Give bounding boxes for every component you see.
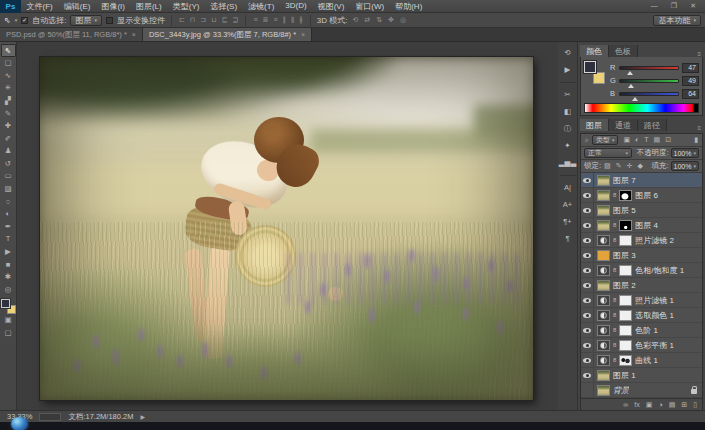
tab-图层[interactable]: 图层 <box>580 119 609 131</box>
zoom-tool[interactable]: ◎ <box>1 283 16 296</box>
lock-icon[interactable]: ▨ <box>603 162 612 170</box>
3d-mode-icon[interactable]: ⟲ <box>351 16 359 24</box>
align-icon[interactable]: ⊔ <box>210 16 217 24</box>
marquee-tool[interactable]: ▢ <box>1 57 16 70</box>
screen-mode-icon[interactable]: ▢ <box>1 326 16 339</box>
filter-toggle-icon[interactable]: ▮ <box>693 136 699 144</box>
brush-tool[interactable]: ✐ <box>1 132 16 145</box>
layer-visibility-toggle[interactable] <box>581 278 594 292</box>
slider-marker[interactable] <box>628 84 634 88</box>
menu-item[interactable]: 视图(V) <box>312 1 350 12</box>
info-icon[interactable]: ⓘ <box>560 122 576 135</box>
styles-icon[interactable]: ✦ <box>560 139 576 152</box>
3d-mode-icon[interactable]: ⇅ <box>375 16 383 24</box>
menu-item[interactable]: 窗口(W) <box>350 1 390 12</box>
align-icon[interactable]: ⊏ <box>178 16 186 24</box>
character-styles-icon[interactable]: A+ <box>560 198 576 211</box>
menu-item[interactable]: 3D(D) <box>280 1 312 12</box>
restore-button[interactable]: ❐ <box>671 2 677 10</box>
filter-kind-icon[interactable]: ◐ <box>634 136 640 144</box>
menu-item[interactable]: 编辑(E) <box>58 1 96 12</box>
menu-item[interactable]: 类型(Y) <box>167 1 205 12</box>
shape-tool[interactable]: ■ <box>1 258 16 271</box>
tool-preset-caret-icon[interactable]: ▾ <box>15 17 18 23</box>
lasso-tool[interactable]: ∿ <box>1 69 16 82</box>
layer-visibility-toggle[interactable] <box>581 173 594 187</box>
menu-item[interactable]: 文件(F) <box>21 1 58 12</box>
layer-visibility-toggle[interactable] <box>581 218 594 232</box>
channel-value-G[interactable]: 49 <box>682 76 699 86</box>
tab-通道[interactable]: 通道 <box>609 119 638 131</box>
distribute-icon[interactable]: ∦ <box>298 16 304 24</box>
fill-value[interactable]: 100%▾ <box>671 161 699 171</box>
align-icon[interactable]: ⊑ <box>221 16 229 24</box>
quick-selection-tool[interactable]: ✳ <box>1 82 16 95</box>
channel-value-B[interactable]: 64 <box>682 89 699 99</box>
layer-visibility-toggle[interactable] <box>581 308 594 322</box>
character-icon[interactable]: A| <box>560 181 576 194</box>
auto-select-checkbox[interactable]: ✓ <box>21 17 28 24</box>
filter-kind-icon[interactable]: ▤ <box>653 136 662 144</box>
delete-layer-icon[interactable]: ▯ <box>693 401 697 408</box>
layer-row[interactable]: 图层 5 <box>581 203 702 218</box>
panel-menu-icon[interactable]: ≡ <box>697 125 703 131</box>
gradient-tool[interactable]: ▨ <box>1 183 16 196</box>
blur-tool[interactable]: ○ <box>1 195 16 208</box>
distribute-icon[interactable]: ≣ <box>262 16 270 24</box>
menu-item[interactable]: 滤镜(T) <box>243 1 280 12</box>
channel-slider-R[interactable] <box>619 66 679 70</box>
color-spectrum-ramp[interactable] <box>584 103 699 113</box>
properties-icon[interactable]: ✂ <box>560 88 576 101</box>
channel-slider-B[interactable] <box>619 92 679 96</box>
layer-row[interactable]: 8照片滤镜 1 <box>581 293 702 308</box>
layer-row[interactable]: 图层 7 <box>581 173 702 188</box>
layer-row[interactable]: 8图层 4 <box>581 218 702 233</box>
tab-close-icon[interactable]: × <box>301 31 305 38</box>
layer-row[interactable]: 8曲线 1 <box>581 353 702 368</box>
distribute-icon[interactable]: ≡ <box>252 16 258 24</box>
filter-kind-icon[interactable]: T <box>643 136 649 144</box>
path-selection-tool[interactable]: ▶ <box>1 246 16 259</box>
filter-type-dropdown[interactable]: 类型▾ <box>592 135 619 145</box>
align-icon[interactable]: ⊐ <box>199 16 207 24</box>
channel-slider-G[interactable] <box>619 79 679 83</box>
open-document-canvas[interactable] <box>40 57 533 400</box>
close-button[interactable]: ✕ <box>690 2 696 10</box>
tab-路径[interactable]: 路径 <box>638 119 667 131</box>
layer-visibility-toggle[interactable] <box>581 248 594 262</box>
align-icon[interactable]: ⊒ <box>232 16 240 24</box>
lock-icon[interactable]: ◆ <box>636 162 643 170</box>
layer-visibility-toggle[interactable] <box>581 368 594 382</box>
eyedropper-tool[interactable]: ✎ <box>1 107 16 120</box>
slider-marker[interactable] <box>627 71 633 75</box>
eraser-tool[interactable]: ▭ <box>1 170 16 183</box>
opacity-value[interactable]: 100%▾ <box>671 148 699 158</box>
layer-visibility-toggle[interactable] <box>581 203 594 217</box>
menu-item[interactable]: 选择(S) <box>205 1 243 12</box>
healing-brush-tool[interactable]: ✚ <box>1 120 16 133</box>
tab-色板[interactable]: 色板 <box>609 45 638 57</box>
layer-row[interactable]: 8图层 6 <box>581 188 702 203</box>
layer-row[interactable]: 图层 3 <box>581 248 702 263</box>
channel-value-R[interactable]: 47 <box>682 63 699 73</box>
tab-颜色[interactable]: 颜色 <box>580 45 609 57</box>
layer-row[interactable]: 背景 <box>581 383 702 398</box>
dodge-tool[interactable]: ◐ <box>1 208 16 221</box>
layer-row[interactable]: 8照片滤镜 2 <box>581 233 702 248</box>
document-tab-2[interactable]: DSC_3443y.jpg @ 33.3%(图层 7, RGB/8#) *× <box>143 28 312 41</box>
layer-row[interactable]: 8色相/饱和度 1 <box>581 263 702 278</box>
adjustments-icon[interactable]: ◧ <box>560 105 576 118</box>
foreground-color-swatch[interactable] <box>1 299 10 308</box>
layer-row[interactable]: 8选取颜色 1 <box>581 308 702 323</box>
layer-row[interactable]: 8色彩平衡 1 <box>581 338 702 353</box>
show-transform-checkbox[interactable] <box>106 17 113 24</box>
layer-visibility-toggle[interactable] <box>581 293 594 307</box>
layer-visibility-toggle[interactable] <box>581 188 594 202</box>
layer-row[interactable]: 图层 1 <box>581 368 702 383</box>
move-tool[interactable]: ⇖ <box>1 44 16 57</box>
layer-visibility-toggle[interactable] <box>581 353 594 367</box>
menu-item[interactable]: 图层(L) <box>130 1 167 12</box>
lock-icon[interactable]: ✎ <box>615 162 623 170</box>
layer-visibility-toggle[interactable] <box>581 233 594 247</box>
foreground-background-swatches[interactable] <box>584 60 606 84</box>
